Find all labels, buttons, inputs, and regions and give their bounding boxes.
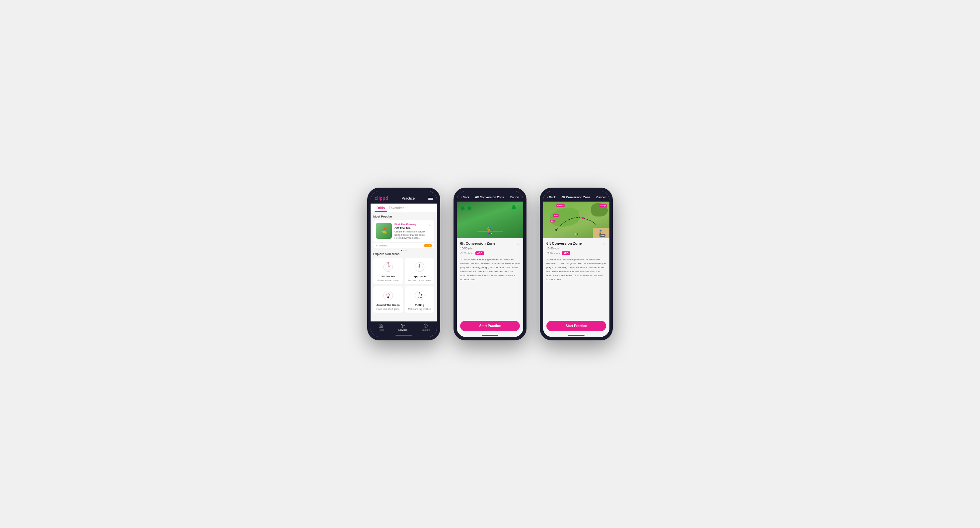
phone3-back-button[interactable]: ‹ Back [547, 196, 556, 199]
drill-description-detail: 20 shots are randomly generated at dista… [460, 258, 520, 282]
back-chevron-icon: ‹ [461, 196, 462, 199]
favourite-star-icon[interactable]: ☆ [429, 223, 432, 227]
nav-capture-label: Capture [422, 329, 430, 331]
skill-card-approach[interactable]: Approach Dial-in to hit the green [405, 258, 434, 284]
cancel-button[interactable]: Cancel [510, 196, 519, 199]
drill-category: Find The Fairway [395, 223, 432, 226]
phone3-header-title: 6ft Conversion Zone [561, 196, 590, 199]
phone3-drill-shots: ⏱ 20 shots [546, 252, 560, 255]
svg-point-31 [424, 324, 428, 328]
header-title: Practice [402, 196, 415, 200]
detail-meta: ⏱ 20 shots ARG [460, 251, 520, 255]
drill-shots: ⏱ 10 shots [376, 244, 388, 247]
phone-3-screen: ‹ Back 6ft Conversion Zone Cancel Fairwa… [543, 191, 609, 337]
app-logo: clippd [375, 196, 388, 201]
back-label: Back [463, 196, 469, 199]
drill-description: Create an imaginary fairway using trees … [395, 230, 432, 240]
shots-count: 10 shots [379, 244, 388, 247]
svg-point-25 [419, 292, 420, 294]
carousel-dots [373, 250, 434, 251]
svg-point-14 [419, 266, 420, 268]
hamburger-icon[interactable] [428, 197, 433, 200]
drill-shots-detail: ⏱ 20 shots [460, 252, 473, 255]
dot-1 [401, 250, 402, 251]
skill-card-atg[interactable]: Around The Green Hone your short game [373, 286, 403, 313]
drill-footer: ⏱ 10 shots OTT [373, 242, 434, 249]
phone3-arg-badge: ARG [562, 251, 570, 255]
phone3-detail-bottom: Start Practice [543, 316, 609, 337]
skill-card-ott[interactable]: Off The Tee Power and accuracy [373, 258, 403, 284]
svg-point-18 [387, 297, 389, 298]
skill-name-ott: Off The Tee [381, 275, 395, 278]
phone-3: ‹ Back 6ft Conversion Zone Cancel Fairwa… [540, 188, 613, 340]
back-button[interactable]: ‹ Back [461, 196, 469, 199]
drill-range: 10-50 yds [460, 247, 520, 250]
svg-point-28 [418, 297, 419, 298]
featured-drill-card[interactable]: ⛳ Find The Fairway Off The Tee Create an… [373, 220, 434, 242]
drill-info: Find The Fairway Off The Tee Create an i… [395, 223, 432, 240]
nav-capture[interactable]: Capture [422, 324, 430, 331]
skill-card-putting[interactable]: Putting Make and lag practice [405, 286, 434, 313]
atg-icon [382, 289, 395, 302]
tab-favourites[interactable]: Favourites [387, 204, 406, 212]
phone3-shots-count: 20 shots [550, 252, 560, 255]
phone3-back-label: Back [549, 196, 556, 199]
phone-2-screen: ‹ Back 6ft Conversion Zone Cancel 🌲🌲 🌲 🏌… [457, 191, 523, 337]
phone3-clock-icon: ⏱ [546, 252, 549, 255]
svg-point-24 [418, 294, 421, 297]
svg-point-30 [425, 325, 426, 326]
dot-2 [403, 250, 404, 251]
drill-name: 6ft Conversion Zone [460, 241, 495, 246]
phone2-header-title: 6ft Conversion Zone [475, 196, 504, 199]
skill-desc-putting: Make and lag practice [408, 308, 431, 310]
phone3-detail-title-row: 6ft Conversion Zone ☆ [546, 241, 606, 246]
ground-line [477, 231, 503, 231]
phone3-start-practice-button[interactable]: Start Practice [546, 321, 606, 331]
phone3-detail-meta: ⏱ 20 shots ARG [546, 251, 606, 255]
detail-title-row: 6ft Conversion Zone ☆ [460, 241, 520, 246]
svg-point-33 [555, 229, 557, 231]
nav-home-label: Home [377, 329, 384, 331]
approach-icon [413, 260, 426, 274]
drill-photo: 🌲🌲 🌲 🏌️ [457, 202, 523, 238]
tab-drills[interactable]: Drills [375, 204, 387, 212]
shots-count-detail: 20 shots [463, 252, 473, 255]
phone3-drill-description: 20 shots are randomly generated at dista… [546, 258, 606, 282]
svg-point-27 [420, 297, 422, 298]
drill-subcategory: Off The Tee [395, 227, 432, 230]
start-practice-button[interactable]: Start Practice [460, 321, 520, 331]
skill-desc-atg: Hone your short game [377, 308, 399, 310]
pdot-2 [491, 233, 492, 234]
skill-grid: Off The Tee Power and accuracy [373, 258, 434, 313]
svg-point-11 [419, 264, 420, 266]
svg-point-15 [383, 291, 393, 300]
putting-icon [413, 289, 426, 302]
phone2-detail-bottom: Start Practice [457, 316, 523, 337]
phone1-header: clippd Practice [371, 191, 437, 204]
phone2-header: ‹ Back 6ft Conversion Zone Cancel [457, 191, 523, 202]
nav-home[interactable]: Home [377, 324, 384, 331]
phones-container: clippd Practice Drills Favourites Most P… [367, 188, 613, 340]
phone-1: clippd Practice Drills Favourites Most P… [367, 188, 440, 340]
map-pdot-1 [574, 233, 576, 235]
svg-point-5 [388, 262, 389, 264]
phone3-drill-name: 6ft Conversion Zone [546, 241, 582, 246]
skill-name-approach: Approach [414, 275, 426, 278]
ott-icon [382, 260, 395, 274]
phone3-star-icon[interactable]: ☆ [603, 241, 606, 246]
phone3-drill-range: 10-50 yds [546, 247, 606, 250]
arg-badge: ARG [476, 251, 484, 255]
trees-right-icon: 🌲 [511, 204, 517, 209]
nav-activities-label: Activities [398, 329, 407, 331]
svg-point-21 [388, 293, 388, 294]
bottom-nav: Home Activities Capture [371, 321, 437, 337]
nav-activities[interactable]: Activities [398, 324, 407, 331]
svg-point-29 [402, 325, 403, 326]
tabs-bar: Drills Favourites [371, 204, 437, 212]
photo-page-dots [457, 233, 523, 234]
phone3-cancel-button[interactable]: Cancel [596, 196, 605, 199]
dot-3 [406, 250, 407, 251]
detail-star-icon[interactable]: ☆ [516, 241, 520, 246]
phone-1-screen: clippd Practice Drills Favourites Most P… [371, 191, 437, 337]
explore-label: Explore skill areas [373, 252, 434, 256]
